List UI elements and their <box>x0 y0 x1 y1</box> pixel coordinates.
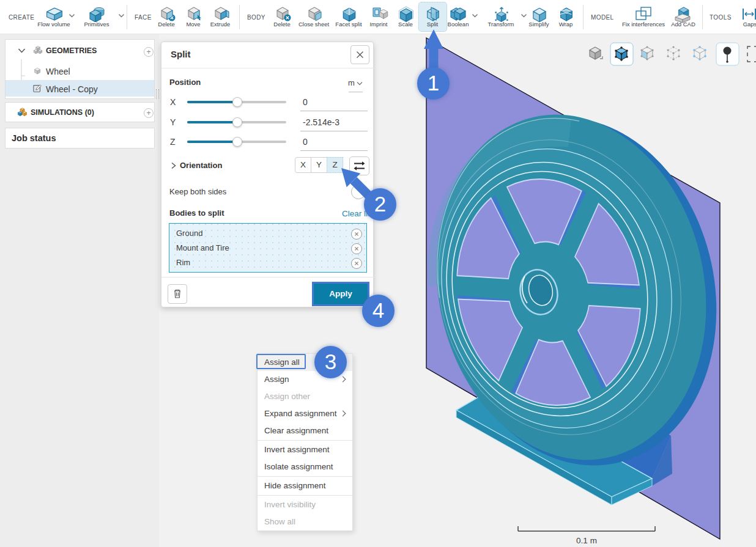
svg-text:0.1 m: 0.1 m <box>576 536 597 545</box>
